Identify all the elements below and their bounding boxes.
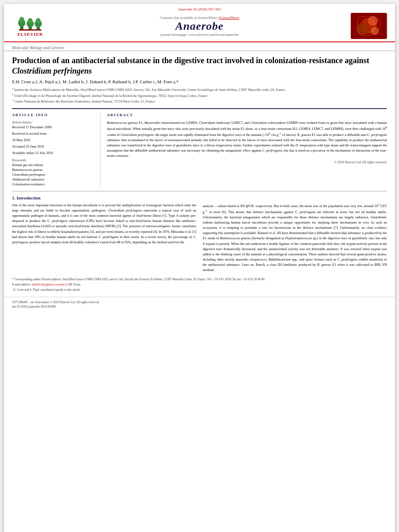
svg-point-8 — [36, 18, 41, 24]
keyword-1: Human gut microbiota — [12, 163, 95, 167]
introduction-section: One of the most important functions of t… — [12, 203, 387, 273]
svg-point-11 — [361, 18, 377, 34]
abstract-text: Ruminococcus gnavus E1, Bacteroides thet… — [107, 120, 387, 159]
revised-date: 18 May 2010 — [12, 138, 95, 142]
sciencedirect-link[interactable]: ScienceDirect — [219, 16, 239, 20]
article-title: Production of an antibacterial substance… — [12, 55, 387, 76]
abstract-heading: ABSTRACT — [107, 113, 387, 117]
svg-point-14 — [371, 27, 379, 35]
section-divider — [12, 191, 387, 191]
email-link[interactable]: michel.fons@univ-cezanne.fr — [32, 283, 68, 286]
introduction-right-text: analysis – culture based or RT-qPCR- res… — [203, 203, 387, 273]
revised-form-label: Received in revised form — [12, 131, 95, 136]
authors-line: E.H. Crost a,1, A. Pujol a,1, M. Ladiré … — [12, 79, 387, 84]
received-date: Received 17 December 2009 — [12, 125, 95, 129]
affiliation-b: b Unité d'Ecologie et de Physiologie du … — [12, 92, 387, 99]
equal-contribution-note: ¹ E. Crost and A. Pujol contributed equa… — [12, 288, 387, 292]
history-label: Article history: — [12, 120, 95, 124]
introduction-left-col: One of the most important functions of t… — [12, 203, 196, 273]
journal-header: Anaerobe 16 (2010) 597–603 ELSEVIER — [4, 4, 395, 42]
article-info-heading: ARTICLE INFO — [12, 113, 95, 117]
elsevier-label: ELSEVIER — [17, 32, 43, 37]
journal-cover-image — [351, 13, 387, 39]
journal-logo-row: ELSEVIER Contents lists available at Sci… — [12, 13, 387, 41]
cover-illustration — [351, 13, 387, 39]
keyword-3: Clostridium perfringens — [12, 173, 95, 177]
affiliations: a Institut des Sciences Moléculaires de … — [12, 86, 387, 104]
journal-center: Contents lists available at ScienceDirec… — [48, 16, 351, 37]
accepted-date: Accepted 25 June 2010 — [12, 144, 95, 148]
journal-homepage: journal homepage: www.elsevier.com/locat… — [48, 33, 351, 37]
abstract-column: ABSTRACT Ruminococcus gnavus E1, Bactero… — [107, 113, 387, 187]
volume-issue: Anaerobe 16 (2010) 597–603 — [12, 7, 387, 11]
page-footer: 1075-9964/$ – see front matter © 2010 El… — [4, 297, 395, 312]
svg-rect-9 — [19, 29, 41, 31]
contents-line: Contents lists available at ScienceDirec… — [48, 16, 351, 20]
svg-point-12 — [368, 16, 378, 26]
introduction-heading: 1. Introduction — [12, 195, 387, 200]
introduction-left-text: One of the most important functions of t… — [12, 203, 196, 245]
elsevier-logo: ELSEVIER — [12, 15, 48, 37]
doi-line: doi:10.1016/j.anaerobe.2010.06.009 — [12, 305, 387, 308]
keyword-2: Ruminococcus gnavus — [12, 168, 95, 172]
article-category: Molecular Biology and Genetics — [4, 42, 395, 51]
article-info-column: ARTICLE INFO Article history: Received 1… — [12, 113, 101, 187]
svg-point-5 — [28, 18, 33, 24]
affiliation-c: c Centre National de Référence des Bacté… — [12, 98, 387, 104]
available-date: Available online 21 July 2010 — [12, 151, 95, 155]
journal-title: Anaerobe — [48, 20, 351, 33]
keywords-title: Keywords: — [12, 158, 95, 162]
elsevier-tree-icon — [18, 16, 42, 31]
affiliation-a: a Institut des Sciences Moléculaires de … — [12, 86, 387, 92]
email-note: E-mail address: michel.fons@univ-cezanne… — [12, 282, 387, 287]
copyright-notice: © 2010 Elsevier Ltd. All rights reserved… — [107, 160, 387, 164]
page: Anaerobe 16 (2010) 597–603 ELSEVIER — [4, 4, 395, 532]
issn-line: 1075-9964/$ – see front matter © 2010 El… — [12, 300, 387, 304]
article-info-abstract-section: ARTICLE INFO Article history: Received 1… — [12, 108, 387, 187]
volume-issue-text: Anaerobe 16 (2010) 597–603 — [178, 7, 221, 11]
main-content: Production of an antibacterial substance… — [4, 51, 395, 277]
svg-rect-10 — [351, 13, 387, 39]
corresponding-note: * Corresponding author. Present address:… — [12, 277, 387, 281]
keywords-section: Keywords: Human gut microbiota Ruminococ… — [12, 158, 95, 186]
svg-point-13 — [357, 23, 369, 35]
introduction-right-col: analysis – culture based or RT-qPCR- res… — [203, 203, 387, 273]
keyword-4: Antibacterial substance — [12, 177, 95, 181]
footnotes: * Corresponding author. Present address:… — [4, 277, 395, 292]
svg-point-2 — [19, 17, 24, 23]
keyword-5: Colonization-resistance — [12, 182, 95, 186]
